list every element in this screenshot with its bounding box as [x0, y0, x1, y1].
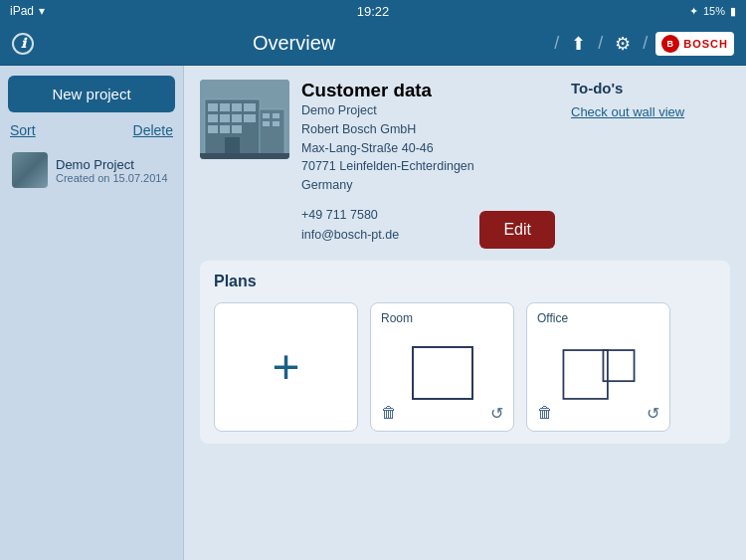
- sidebar: New project Sort Delete Demo Project Cre…: [0, 66, 184, 560]
- plan-card-office[interactable]: Office 🗑 ↺: [526, 302, 670, 432]
- customer-company-name: Demo Project: [301, 101, 555, 120]
- svg-rect-9: [232, 114, 242, 122]
- main-layout: New project Sort Delete Demo Project Cre…: [0, 66, 746, 560]
- svg-rect-23: [563, 350, 607, 399]
- plan-office-preview: [559, 342, 639, 407]
- project-date: Created on 15.07.2014: [56, 172, 168, 184]
- status-right: ✦ 15% ▮: [689, 5, 736, 18]
- customer-address2: 70771 Leinfelden-Echterdingen: [301, 157, 555, 176]
- bosch-logo: B BOSCH: [655, 32, 734, 56]
- carrier-label: iPad: [10, 4, 34, 18]
- bosch-logo-icon: B: [661, 35, 679, 53]
- svg-rect-17: [263, 113, 270, 118]
- delete-office-icon[interactable]: 🗑: [537, 404, 553, 423]
- bosch-label: BOSCH: [683, 38, 728, 50]
- todo-item-1[interactable]: Check out wall view: [571, 104, 684, 119]
- svg-rect-22: [413, 347, 472, 399]
- separator-3: /: [643, 33, 648, 54]
- info-icon[interactable]: ℹ: [12, 33, 34, 55]
- customer-main-row: Customer data Demo Project Robert Bosch …: [200, 80, 730, 249]
- wifi-icon: ▾: [39, 4, 45, 18]
- sort-button[interactable]: Sort: [10, 122, 36, 138]
- delete-button[interactable]: Delete: [133, 122, 173, 138]
- plans-title: Plans: [214, 273, 716, 290]
- svg-rect-8: [220, 114, 230, 122]
- plan-room-icons: 🗑 ↺: [381, 404, 503, 423]
- add-icon: +: [272, 343, 299, 391]
- content-area: Customer data Demo Project Robert Bosch …: [184, 66, 746, 560]
- customer-address1: Max-Lang-Straße 40-46: [301, 139, 555, 158]
- share-icon[interactable]: ⬆: [567, 29, 590, 59]
- customer-section-title: Customer data: [301, 80, 555, 101]
- delete-room-icon[interactable]: 🗑: [381, 404, 397, 423]
- project-thumbnail: [12, 152, 48, 188]
- svg-rect-6: [244, 103, 256, 111]
- title-bar-left: ℹ: [12, 33, 34, 55]
- battery-label: 15%: [703, 5, 725, 17]
- project-list-item[interactable]: Demo Project Created on 15.07.2014: [8, 146, 175, 194]
- svg-rect-12: [220, 125, 230, 133]
- battery-icon: ▮: [730, 5, 736, 18]
- new-project-button[interactable]: New project: [8, 76, 175, 112]
- svg-rect-18: [273, 113, 280, 118]
- settings-icon[interactable]: ⚙: [611, 29, 635, 59]
- bluetooth-icon: ✦: [689, 5, 698, 18]
- plan-room-label: Room: [381, 311, 413, 325]
- project-name: Demo Project: [56, 157, 168, 172]
- svg-rect-19: [263, 121, 270, 126]
- svg-rect-7: [208, 114, 218, 122]
- customer-email: info@bosch-pt.de: [301, 225, 479, 245]
- customer-company: Robert Bosch GmbH: [301, 120, 555, 139]
- todos-section: To-do's Check out wall view: [571, 80, 730, 120]
- contact-info: +49 711 7580 info@bosch-pt.de: [301, 205, 479, 245]
- plans-section: Plans + Room 🗑 ↺: [200, 261, 730, 444]
- status-bar: iPad ▾ 19:22 ✦ 15% ▮: [0, 0, 746, 22]
- title-bar-right: / ⬆ / ⚙ / B BOSCH: [554, 29, 734, 59]
- svg-rect-3: [208, 103, 218, 111]
- plan-card-room[interactable]: Room 🗑 ↺: [370, 302, 514, 432]
- customer-left: Customer data Demo Project Robert Bosch …: [200, 80, 555, 249]
- plan-room-preview: [403, 342, 482, 407]
- svg-rect-20: [273, 121, 280, 126]
- customer-country: Germany: [301, 176, 555, 195]
- customer-phone: +49 711 7580: [301, 205, 479, 225]
- status-left: iPad ▾: [10, 4, 45, 18]
- svg-rect-4: [220, 103, 230, 111]
- separator-1: /: [554, 33, 559, 54]
- page-title: Overview: [34, 32, 554, 55]
- svg-rect-13: [232, 125, 242, 133]
- sort-delete-row: Sort Delete: [8, 122, 175, 138]
- time-display: 19:22: [357, 4, 390, 19]
- customer-bottom-row: +49 711 7580 info@bosch-pt.de Edit: [301, 201, 555, 249]
- plan-office-icons: 🗑 ↺: [537, 404, 659, 423]
- plan-office-label: Office: [537, 311, 568, 325]
- edit-office-icon[interactable]: ↺: [647, 404, 659, 423]
- svg-rect-14: [225, 137, 240, 154]
- svg-rect-11: [208, 125, 218, 133]
- todos-title: To-do's: [571, 80, 730, 96]
- edit-button[interactable]: Edit: [479, 211, 555, 249]
- title-bar: ℹ Overview / ⬆ / ⚙ / B BOSCH: [0, 22, 746, 66]
- svg-rect-5: [232, 103, 242, 111]
- add-plan-card[interactable]: +: [214, 302, 358, 432]
- customer-address-contact: Customer data Demo Project Robert Bosch …: [301, 80, 555, 249]
- svg-rect-10: [244, 114, 256, 122]
- separator-2: /: [598, 33, 603, 54]
- svg-rect-21: [200, 153, 289, 159]
- edit-room-icon[interactable]: ↺: [490, 404, 503, 423]
- customer-photo: [200, 80, 289, 159]
- project-info: Demo Project Created on 15.07.2014: [56, 157, 168, 184]
- plans-grid: + Room 🗑 ↺ Office: [214, 302, 716, 432]
- project-thumb-img: [12, 152, 48, 188]
